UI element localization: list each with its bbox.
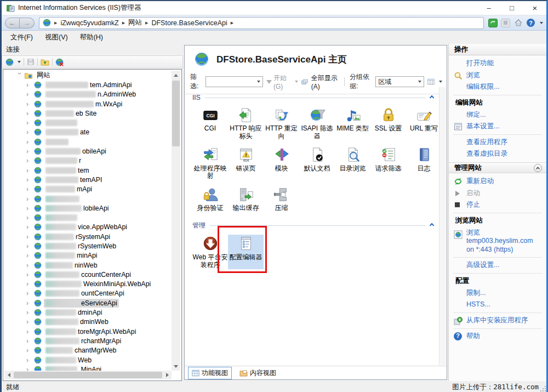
breadcrumb-segment[interactable]: ▶ iZwwqc5yvudamkZ: [54, 19, 119, 27]
tree-root-label[interactable]: 网站: [37, 71, 50, 80]
site-name-suffix[interactable]: n.AdminWeb: [98, 90, 136, 98]
expand-chevron-icon[interactable]: ›: [26, 100, 33, 108]
scroll-left-icon[interactable]: [5, 372, 12, 378]
tree-site-row[interactable]: › tem: [4, 166, 172, 175]
tab-content-view[interactable]: 内容视图: [236, 367, 279, 379]
site-name-suffix[interactable]: toreMgrApi.WebApi: [78, 328, 136, 336]
expand-chevron-icon[interactable]: ›: [26, 157, 33, 164]
feature-handler-mappings[interactable]: 处理程序映射: [192, 146, 228, 180]
crumb-label[interactable]: 网站: [128, 18, 142, 27]
resize-grip-icon[interactable]: [539, 385, 546, 391]
help-icon[interactable]: ?: [526, 19, 535, 27]
tree-site-row[interactable]: › Web: [4, 355, 172, 365]
site-name-suffix[interactable]: r: [79, 157, 81, 164]
expand-chevron-icon[interactable]: ›: [26, 167, 33, 174]
scroll-up-icon[interactable]: [173, 72, 179, 78]
tree-site-row[interactable]: › .MinApi: [4, 365, 172, 371]
help-link[interactable]: ? 帮助: [449, 331, 546, 343]
tree-site-row[interactable]: › temAPI: [4, 175, 172, 184]
tree-site-row[interactable]: › ccountCenterApi: [4, 270, 172, 279]
advanced-settings-link[interactable]: 高级设置...: [449, 259, 546, 271]
breadcrumb-segment[interactable]: ▶ DFStore.BaseServiceApi: [145, 19, 227, 27]
minimize-button[interactable]: –: [477, 1, 500, 15]
collapse-section-icon[interactable]: [430, 223, 434, 228]
site-name-suffix[interactable]: ate: [80, 128, 89, 136]
site-name-suffix[interactable]: m.WxApi: [95, 100, 122, 108]
breadcrumb-segment[interactable]: ▶ 网站: [122, 18, 142, 27]
feature-url-rewrite[interactable]: URL 重写: [406, 106, 439, 140]
stop-link[interactable]: 停止: [449, 199, 546, 211]
feature-cgi[interactable]: CGI CGI: [192, 106, 228, 140]
expand-chevron-icon[interactable]: ›: [26, 356, 33, 364]
tree-site-row[interactable]: › r: [4, 156, 172, 166]
open-feature-link[interactable]: 打开功能: [449, 58, 546, 70]
tree-site-row[interactable]: › WeixinMiniApi.WebApi: [4, 280, 172, 289]
feature-mime-types[interactable]: MIME 类型: [335, 106, 370, 140]
site-name-suffix[interactable]: Web: [78, 356, 92, 364]
browse-binding-link[interactable]: 浏览 temp003.heyslim.com on *:443 (https): [449, 227, 546, 256]
delete-connection-icon[interactable]: [55, 58, 64, 66]
view-style-icon[interactable]: [427, 78, 435, 86]
expand-chevron-icon[interactable]: ›: [26, 271, 33, 279]
expand-chevron-icon[interactable]: ›: [26, 346, 33, 354]
breadcrumb[interactable]: ▶ iZwwqc5yvudamkZ ▶ 网站 ▶ DFStore.BaseSer…: [39, 17, 484, 29]
features-scrollbar[interactable]: [439, 87, 446, 365]
tree-site-row[interactable]: › rchantMgrApi: [4, 336, 172, 345]
new-connection-icon[interactable]: [5, 58, 14, 66]
tree-site-row[interactable]: › chantMgrWeb: [4, 346, 172, 355]
collapse-chevron-icon[interactable]: ›: [16, 72, 24, 79]
site-name-suffix[interactable]: ccountCenterApi: [81, 271, 131, 279]
site-name-suffix[interactable]: minApi: [77, 252, 98, 259]
tree-site-row[interactable]: › minApi: [4, 251, 172, 260]
tree-site-row[interactable]: › ountCenterApi: [4, 289, 172, 298]
expand-chevron-icon[interactable]: ›: [26, 195, 33, 203]
expand-chevron-icon[interactable]: ›: [26, 262, 33, 269]
site-name-suffix[interactable]: dminWeb: [80, 318, 109, 326]
site-name-suffix[interactable]: chantMgrWeb: [75, 346, 116, 354]
restart-icon[interactable]: [488, 19, 498, 27]
expand-chevron-icon[interactable]: ›: [26, 242, 33, 250]
edit-permissions-link[interactable]: 编辑权限...: [449, 81, 546, 93]
site-name-suffix[interactable]: .MinApi: [79, 366, 101, 371]
site-name-suffix[interactable]: obileApi: [82, 147, 106, 155]
feature-authentication[interactable]: 身份验证: [192, 185, 228, 212]
expand-chevron-icon[interactable]: ›: [26, 280, 33, 288]
tree-site-row[interactable]: › ninWeb: [4, 260, 172, 270]
tree-site-row[interactable]: › n.AdminWeb: [4, 90, 172, 99]
feature-output-caching[interactable]: 输出缓存: [228, 185, 264, 212]
site-name-suffix[interactable]: WeixinMiniApi.WebApi: [83, 280, 151, 288]
maximize-button[interactable]: □: [500, 1, 523, 15]
feature-http-redirect[interactable]: HTTP 重定向: [264, 106, 299, 140]
site-name-suffix[interactable]: tem.AdminApi: [90, 81, 132, 89]
feature-configuration-editor[interactable]: 配置编辑器: [228, 235, 264, 269]
site-name-suffix[interactable]: lobileApi: [83, 204, 109, 212]
expand-chevron-icon[interactable]: ›: [26, 337, 33, 345]
show-all-icon[interactable]: [301, 78, 308, 86]
group-by-select[interactable]: 区域: [375, 76, 424, 87]
basic-settings-link[interactable]: 基本设置...: [449, 121, 546, 133]
site-name-suffix[interactable]: vice.AppWebApi: [78, 223, 127, 231]
crumb-label[interactable]: DFStore.BaseServiceApi: [151, 19, 227, 27]
tree-site-row[interactable]: ›: [4, 213, 172, 222]
feature-default-document[interactable]: 默认文档: [299, 146, 335, 180]
site-name-suffix[interactable]: temAPI: [80, 176, 102, 184]
site-name-suffix[interactable]: rchantMgrApi: [81, 337, 121, 345]
tree-site-row[interactable]: › lobileApi: [4, 203, 172, 213]
home-icon[interactable]: [513, 19, 523, 27]
expand-chevron-icon[interactable]: ›: [26, 90, 33, 98]
limits-link[interactable]: 限制...: [449, 287, 546, 299]
expand-chevron-icon[interactable]: ›: [26, 309, 33, 316]
feature-modules[interactable]: 模块: [264, 146, 299, 180]
site-name-suffix[interactable]: eb Site: [76, 110, 96, 117]
expand-chevron-icon[interactable]: ›: [26, 185, 33, 193]
site-name-suffix[interactable]: dminApi: [78, 309, 102, 316]
tree-vertical-scrollbar[interactable]: [172, 71, 180, 371]
forward-button[interactable]: →: [20, 18, 35, 29]
back-button[interactable]: ←: [5, 18, 20, 29]
tree-root-websites[interactable]: › 网站: [4, 71, 172, 80]
scrollbar-thumb[interactable]: [14, 372, 162, 378]
site-name-suffix[interactable]: ninWeb: [75, 262, 97, 269]
filter-input[interactable]: [206, 76, 263, 87]
expand-chevron-icon[interactable]: ›: [26, 110, 33, 117]
manage-website-header[interactable]: 管理网站: [449, 162, 546, 173]
